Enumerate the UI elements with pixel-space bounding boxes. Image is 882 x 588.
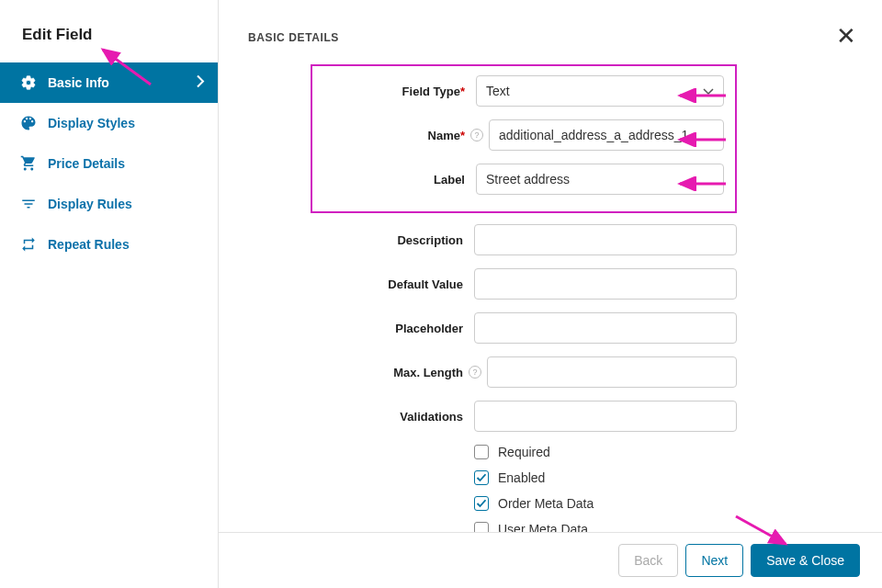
next-button[interactable]: Next bbox=[685, 544, 743, 577]
name-input[interactable] bbox=[489, 119, 724, 151]
default-value-input[interactable] bbox=[474, 268, 737, 300]
placeholder-input[interactable] bbox=[474, 312, 737, 344]
description-input[interactable] bbox=[474, 224, 737, 255]
max-length-input[interactable] bbox=[487, 356, 737, 388]
label-label: Label bbox=[312, 173, 476, 187]
content-pane: BASIC DETAILS ✕ Field Type* Text Name* ? bbox=[219, 0, 882, 588]
sidebar-title: Edit Field bbox=[0, 0, 218, 62]
label-input[interactable] bbox=[476, 164, 724, 195]
nav-item-label: Basic Info bbox=[48, 75, 109, 90]
gear-icon bbox=[20, 74, 37, 91]
nav-item-basic-info[interactable]: Basic Info bbox=[0, 62, 218, 103]
label-default-value: Default Value bbox=[311, 277, 474, 291]
filter-icon bbox=[20, 196, 37, 212]
section-title: BASIC DETAILS bbox=[248, 31, 339, 44]
label-name: Name* bbox=[312, 129, 476, 142]
nav-item-display-styles[interactable]: Display Styles bbox=[0, 103, 218, 143]
required-checkbox[interactable] bbox=[474, 445, 489, 459]
label-validations: Validations bbox=[311, 410, 474, 424]
repeat-icon bbox=[20, 236, 37, 253]
required-label: Required bbox=[498, 445, 550, 459]
user-meta-label: User Meta Data bbox=[498, 522, 588, 532]
palette-icon bbox=[20, 115, 37, 131]
edit-field-modal: Edit Field Basic Info Display Styles Pri… bbox=[0, 0, 882, 588]
chevron-down-icon bbox=[703, 84, 714, 98]
cart-icon bbox=[20, 155, 37, 172]
label-field-type: Field Type* bbox=[312, 85, 476, 98]
highlight-annotation: Field Type* Text Name* ? Label bbox=[311, 64, 737, 213]
label-placeholder: Placeholder bbox=[311, 322, 474, 335]
label-description: Description bbox=[311, 233, 474, 247]
label-max-length: Max. Length bbox=[311, 366, 474, 379]
field-type-value: Text bbox=[486, 84, 510, 98]
order-meta-label: Order Meta Data bbox=[498, 496, 594, 511]
nav-item-label: Price Details bbox=[48, 156, 125, 171]
order-meta-checkbox[interactable] bbox=[474, 496, 489, 511]
nav-item-label: Repeat Rules bbox=[48, 237, 130, 252]
help-icon[interactable]: ? bbox=[469, 366, 481, 379]
field-type-select[interactable]: Text bbox=[476, 75, 724, 107]
sidebar: Edit Field Basic Info Display Styles Pri… bbox=[0, 0, 219, 588]
chevron-right-icon bbox=[196, 75, 205, 91]
nav-item-label: Display Rules bbox=[48, 197, 132, 211]
close-icon[interactable]: ✕ bbox=[836, 24, 856, 48]
validations-select[interactable] bbox=[474, 401, 737, 432]
enabled-label: Enabled bbox=[498, 470, 545, 485]
enabled-checkbox[interactable] bbox=[474, 470, 489, 485]
back-button: Back bbox=[618, 544, 678, 577]
footer: Back Next Save & Close bbox=[219, 532, 882, 588]
nav-item-price-details[interactable]: Price Details bbox=[0, 143, 218, 184]
nav-item-repeat-rules[interactable]: Repeat Rules bbox=[0, 224, 218, 265]
save-close-button[interactable]: Save & Close bbox=[751, 544, 860, 577]
help-icon[interactable]: ? bbox=[470, 129, 483, 141]
nav-item-label: Display Styles bbox=[48, 116, 135, 130]
user-meta-checkbox[interactable] bbox=[474, 522, 489, 532]
nav-item-display-rules[interactable]: Display Rules bbox=[0, 184, 218, 224]
